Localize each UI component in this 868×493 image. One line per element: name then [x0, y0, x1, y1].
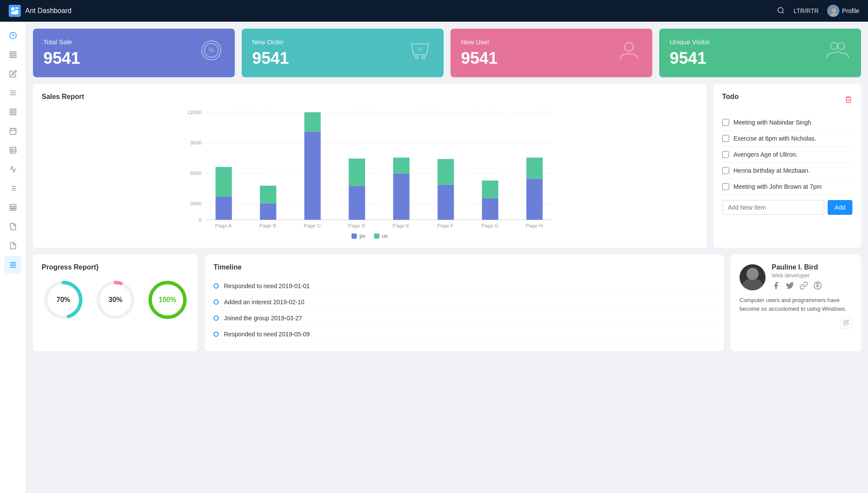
svg-rect-17 [13, 109, 16, 111]
svg-rect-10 [13, 52, 16, 54]
svg-rect-2 [15, 10, 18, 11]
profile-button[interactable]: Profile [827, 5, 859, 17]
todo-checkbox-1[interactable] [722, 135, 729, 142]
chart-container: 12000 9000 6000 3000 0 Page A Page B [42, 108, 698, 229]
todo-item-1: Exercise at 6pm with Nicholas. [722, 131, 852, 147]
chart-legend: pv uv [42, 233, 698, 239]
stat-value-total-sale: 9541 [43, 49, 80, 68]
todo-add-input[interactable] [722, 200, 824, 215]
todo-item-2: Avengers Age of Ultron. [722, 147, 852, 163]
svg-text:Page D: Page D [348, 223, 365, 229]
sidebar-item-table2[interactable] [4, 199, 22, 216]
svg-point-47 [422, 56, 425, 59]
svg-rect-83 [526, 179, 543, 220]
todo-item-4: Meeting with John Brown at 7pm [722, 179, 852, 195]
profile-role: Web developer [772, 272, 823, 279]
svg-point-7 [831, 13, 838, 17]
stat-icon-new-order: % [407, 37, 433, 69]
profile-description: Computer users and programmers have beco… [740, 296, 852, 313]
svg-rect-66 [260, 186, 276, 204]
main-layout: Total Sale 9541 % New Order 9541 [0, 22, 868, 493]
todo-checkbox-2[interactable] [722, 151, 729, 158]
topbar-brand: Ant Dashboard [9, 5, 72, 17]
profile-pic [740, 264, 766, 290]
timeline-text-1: Added an interest 2019-02-10 [224, 299, 304, 306]
sidebar-item-menu[interactable] [4, 84, 22, 102]
stat-icon-unique-visitor [825, 37, 851, 69]
sidebar-item-file[interactable] [4, 237, 22, 254]
sidebar-item-table[interactable] [4, 141, 22, 159]
sales-chart: 12000 9000 6000 3000 0 Page A Page B [42, 108, 698, 229]
svg-point-6 [832, 8, 836, 13]
profile-social [772, 281, 823, 291]
svg-text:Page G: Page G [481, 223, 499, 229]
sidebar-item-grid[interactable] [4, 103, 22, 121]
sidebar-item-edit[interactable] [4, 65, 22, 82]
stat-icon-new-user [616, 37, 642, 69]
sidebar-item-list[interactable] [4, 180, 22, 197]
svg-rect-24 [10, 147, 16, 153]
sidebar-item-chart[interactable] [4, 161, 22, 178]
todo-header: Todo [722, 93, 852, 108]
svg-text:Page A: Page A [215, 223, 232, 229]
sidebar-item-layout[interactable] [4, 46, 22, 63]
skype-icon[interactable] [813, 281, 823, 291]
todo-add-button[interactable]: Add [828, 200, 852, 215]
timeline-dot-3 [214, 332, 219, 337]
progress-svg-100: 100% [146, 278, 189, 322]
sidebar-item-active-list[interactable] [4, 256, 22, 273]
timeline-panel: Timeline Responded to need 2019-01-01 Ad… [205, 255, 724, 351]
svg-text:%: % [418, 46, 423, 53]
svg-rect-77 [437, 185, 454, 220]
logo-icon [9, 5, 21, 17]
twitter-icon[interactable] [786, 281, 795, 291]
svg-rect-0 [11, 7, 14, 10]
search-icon[interactable] [777, 7, 785, 16]
todo-text-0: Meeting with Nabindar Singh [733, 119, 811, 126]
timeline-text-2: Joined the group 2019-03-27 [224, 315, 302, 322]
svg-rect-3 [11, 11, 18, 14]
todo-title: Todo [722, 93, 739, 101]
sales-title: Sales Report [42, 93, 698, 101]
svg-text:9000: 9000 [190, 140, 202, 146]
profile-name: Pauline I. Bird [772, 263, 823, 271]
todo-checkbox-3[interactable] [722, 167, 729, 174]
todo-text-3: Henna birthday at Mezbaan. [733, 167, 810, 174]
link-icon[interactable] [799, 281, 809, 291]
svg-rect-20 [10, 128, 16, 135]
sidebar-item-doc[interactable] [4, 218, 22, 235]
svg-text:Page B: Page B [260, 223, 276, 229]
svg-rect-69 [304, 112, 321, 132]
timeline-dot-2 [214, 316, 219, 321]
timeline-item-2: Joined the group 2019-03-27 [214, 310, 715, 326]
todo-checkbox-4[interactable] [722, 183, 729, 190]
stat-title-new-order: New Order [252, 38, 289, 46]
svg-text:70%: 70% [56, 296, 70, 303]
progress-panel: Progress Report} 70% [33, 255, 198, 351]
svg-text:100%: 100% [159, 296, 177, 303]
stat-card-new-user: New User 9541 [450, 29, 652, 77]
svg-point-95 [740, 278, 765, 290]
svg-rect-63 [216, 167, 232, 197]
svg-rect-65 [260, 204, 276, 220]
sidebar-item-calendar[interactable] [4, 122, 22, 140]
todo-delete-icon[interactable] [845, 95, 852, 105]
ltr-rtr-toggle[interactable]: LTR/RTR [793, 7, 819, 14]
stat-card-total-sale: Total Sale 9541 % [33, 29, 235, 77]
timeline-text-3: Responded to need 2019-05-09 [224, 331, 310, 338]
svg-point-50 [831, 43, 838, 49]
svg-rect-71 [349, 186, 365, 220]
sidebar-item-clock[interactable] [4, 27, 22, 44]
svg-text:0: 0 [199, 217, 202, 223]
svg-text:3000: 3000 [190, 200, 202, 207]
stat-value-new-order: 9541 [252, 49, 289, 68]
topbar-actions: LTR/RTR Profile [777, 5, 859, 17]
todo-checkbox-0[interactable] [722, 119, 729, 126]
facebook-icon[interactable] [772, 281, 781, 291]
svg-text:%: % [208, 46, 214, 54]
svg-text:30%: 30% [108, 296, 122, 303]
edit-button[interactable] [840, 316, 852, 329]
legend-pv-dot [352, 233, 357, 239]
stat-title-total-sale: Total Sale [43, 38, 80, 46]
svg-rect-81 [482, 181, 498, 198]
